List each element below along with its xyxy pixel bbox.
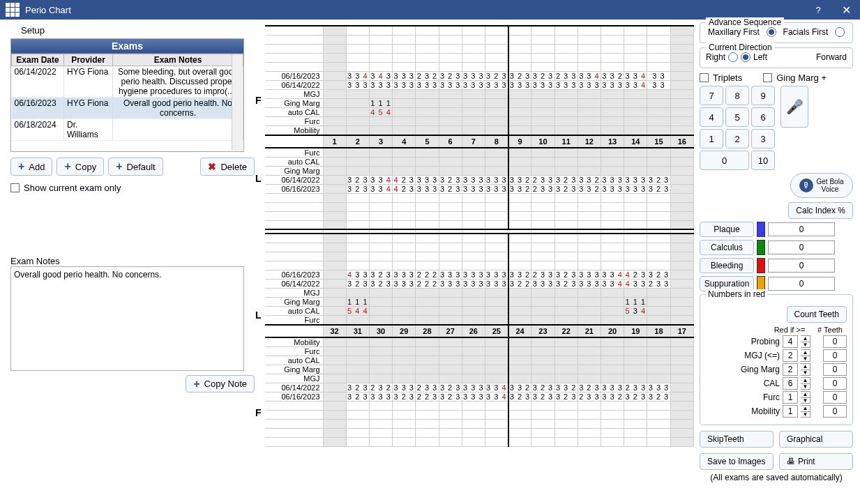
perio-cell[interactable] [369,220,392,229]
perio-cell[interactable] [531,419,555,428]
perio-cell[interactable] [578,410,601,419]
perio-cell[interactable] [346,315,369,325]
red-threshold-input[interactable] [783,349,798,362]
perio-cell[interactable] [485,337,508,347]
perio-cell[interactable] [393,337,416,347]
perio-cell[interactable]: 3 3 3 [416,175,439,184]
perio-cell[interactable] [647,53,670,62]
facials-first-radio[interactable] [835,27,845,37]
perio-cell[interactable] [393,62,416,71]
perio-cell[interactable] [416,107,439,116]
perio-cell[interactable] [670,53,693,62]
perio-cell[interactable] [323,166,346,175]
perio-cell[interactable] [647,202,670,211]
perio-cell[interactable] [555,89,578,98]
perio-cell[interactable] [323,261,346,270]
perio-cell[interactable] [485,211,508,220]
perio-cell[interactable] [670,288,693,297]
perio-cell[interactable]: 3 3 2 [508,184,531,193]
perio-cell[interactable] [323,337,346,347]
perio-cell[interactable] [555,35,578,44]
perio-cell[interactable] [601,346,624,356]
perio-cell[interactable] [624,202,647,211]
perio-cell[interactable] [647,356,670,365]
perio-cell[interactable] [508,288,531,297]
perio-cell[interactable] [369,166,392,175]
perio-cell[interactable] [439,288,462,297]
perio-cell[interactable] [439,53,462,62]
perio-cell[interactable] [462,252,485,261]
perio-cell[interactable] [485,346,508,356]
perio-cell[interactable] [439,125,462,135]
perio-cell[interactable] [601,437,624,446]
perio-cell[interactable]: 2 3 3 [531,270,555,279]
perio-cell[interactable]: 3 3 4 [624,80,647,89]
delete-button[interactable]: ✖Delete [200,158,255,176]
perio-cell[interactable] [647,374,670,383]
perio-cell[interactable] [578,98,601,107]
perio-cell[interactable] [439,35,462,44]
perio-cell[interactable] [416,401,439,410]
perio-cell[interactable] [323,211,346,220]
perio-cell[interactable] [323,53,346,62]
perio-cell[interactable] [508,401,531,410]
perio-cell[interactable] [346,337,369,347]
perio-cell[interactable] [555,337,578,347]
perio-cell[interactable] [462,89,485,98]
perio-cell[interactable]: 3 3 3 [393,71,416,80]
perio-cell[interactable] [508,297,531,306]
perio-cell[interactable] [531,374,555,383]
perio-cell[interactable]: 3 3 3 [601,80,624,89]
perio-cell[interactable] [369,410,392,419]
perio-cell[interactable] [670,148,693,158]
perio-cell[interactable] [416,98,439,107]
perio-cell[interactable] [508,202,531,211]
perio-cell[interactable] [462,44,485,53]
perio-cell[interactable] [601,157,624,166]
perio-cell[interactable]: 5 4 4 [346,306,369,315]
perio-cell[interactable]: 3 3 3 [462,279,485,288]
perio-cell[interactable] [393,261,416,270]
perio-cell[interactable] [508,428,531,437]
perio-cell[interactable]: 4 3 3 [624,279,647,288]
perio-cell[interactable] [485,419,508,428]
perio-cell[interactable]: 3 3 3 [462,184,485,193]
numpad-4[interactable]: 4 [700,107,723,127]
perio-cell[interactable] [485,315,508,325]
perio-cell[interactable] [601,107,624,116]
perio-cell[interactable] [439,98,462,107]
perio-cell[interactable] [369,234,392,243]
perio-cell[interactable] [670,383,693,392]
perio-cell[interactable] [346,116,369,125]
perio-cell[interactable] [346,89,369,98]
perio-cell[interactable] [323,410,346,419]
save-images-button[interactable]: Save to Images [700,453,774,470]
perio-cell[interactable] [439,62,462,71]
perio-cell[interactable] [462,337,485,347]
perio-cell[interactable] [647,419,670,428]
perio-cell[interactable] [462,297,485,306]
perio-cell[interactable]: 3 3 3 [485,175,508,184]
perio-cell[interactable] [485,252,508,261]
perio-cell[interactable] [416,356,439,365]
perio-cell[interactable] [485,306,508,315]
perio-cell[interactable] [624,211,647,220]
perio-cell[interactable] [393,211,416,220]
perio-cell[interactable] [393,428,416,437]
perio-cell[interactable] [508,437,531,446]
perio-cell[interactable] [346,98,369,107]
perio-cell[interactable] [439,419,462,428]
perio-cell[interactable] [624,157,647,166]
perio-cell[interactable] [601,428,624,437]
perio-cell[interactable]: 3 3 3 [485,279,508,288]
perio-cell[interactable] [647,346,670,356]
red-threshold-input[interactable] [783,377,798,390]
perio-cell[interactable] [462,401,485,410]
perio-cell[interactable] [416,157,439,166]
perio-cell[interactable] [346,125,369,135]
perio-cell[interactable] [439,157,462,166]
perio-cell[interactable] [369,243,392,252]
perio-cell[interactable] [369,401,392,410]
perio-cell[interactable] [323,306,346,315]
perio-cell[interactable] [369,211,392,220]
